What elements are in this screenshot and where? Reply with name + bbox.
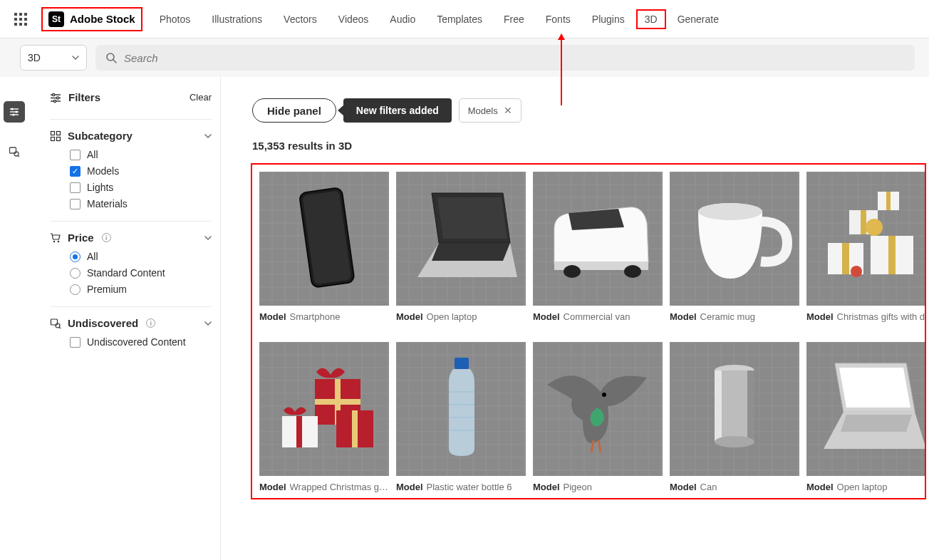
- rail-filters-button[interactable]: [4, 101, 25, 123]
- svg-rect-20: [57, 137, 61, 140]
- svg-marker-32: [437, 197, 507, 239]
- filters-panel: Filters Clear Subcategory All Models Lig…: [28, 77, 221, 560]
- nav-illustrations[interactable]: Illustrations: [202, 9, 272, 29]
- svg-rect-48: [842, 243, 849, 274]
- nav-photos[interactable]: Photos: [150, 9, 201, 29]
- chip-label: Models: [468, 105, 498, 116]
- hide-panel-button[interactable]: Hide panel: [252, 98, 336, 123]
- svg-point-3: [11, 108, 13, 110]
- search-icon: [105, 52, 117, 63]
- filter-chip-models[interactable]: Models ✕: [459, 98, 521, 123]
- thumb-smartphone: [259, 172, 389, 306]
- svg-rect-69: [747, 370, 754, 442]
- nav-videos[interactable]: Videos: [328, 9, 379, 29]
- result-card[interactable]: ModelCeramic mug: [670, 172, 799, 335]
- svg-rect-18: [57, 131, 61, 135]
- thumb-van: [533, 172, 663, 306]
- svg-point-12: [52, 93, 54, 95]
- thumb-pigeon: [533, 342, 663, 476]
- new-filters-badge: New filters added: [343, 98, 452, 123]
- opt-price-all[interactable]: All: [70, 251, 212, 262]
- result-card[interactable]: ModelCommercial van: [533, 172, 663, 335]
- svg-point-14: [56, 96, 58, 98]
- svg-marker-75: [841, 415, 912, 432]
- nav-vectors[interactable]: Vectors: [274, 9, 327, 29]
- result-card[interactable]: ModelChristmas gifts with decora...: [806, 172, 926, 335]
- svg-rect-19: [51, 137, 55, 140]
- apps-switcher-icon[interactable]: [14, 13, 27, 26]
- image-search-icon: [9, 146, 20, 157]
- grid-icon: [50, 130, 61, 142]
- opt-price-premium[interactable]: Premium: [70, 284, 212, 295]
- result-card[interactable]: ModelOpen laptop: [806, 342, 926, 499]
- nav-audio[interactable]: Audio: [380, 9, 425, 29]
- thumb-wrapped-gifts: [259, 342, 389, 476]
- svg-rect-60: [296, 416, 302, 447]
- results-grid-box: ModelSmartphone ModelOpen laptop ModelCo…: [251, 163, 926, 499]
- filter-section-price[interactable]: Price i: [50, 232, 212, 244]
- opt-subcategory-all[interactable]: All: [70, 149, 212, 160]
- svg-point-38: [624, 265, 641, 278]
- filters-clear-link[interactable]: Clear: [190, 92, 212, 103]
- svg-rect-50: [888, 236, 896, 274]
- svg-point-41: [698, 203, 762, 220]
- svg-point-21: [53, 240, 55, 242]
- sliders-icon: [9, 106, 20, 118]
- search-category-select[interactable]: 3D: [20, 45, 87, 71]
- svg-point-7: [12, 113, 14, 115]
- close-icon[interactable]: ✕: [504, 105, 512, 116]
- info-icon: i: [146, 318, 155, 328]
- filter-section-subcategory[interactable]: Subcategory: [50, 130, 212, 142]
- nav-plugins[interactable]: Plugins: [582, 9, 635, 29]
- search-input-wrap[interactable]: [95, 45, 915, 71]
- left-rail: [0, 77, 28, 560]
- nav-free[interactable]: Free: [494, 9, 534, 29]
- svg-rect-68: [715, 370, 722, 442]
- svg-point-64: [602, 393, 606, 397]
- svg-rect-44: [886, 192, 891, 210]
- svg-point-51: [866, 219, 883, 236]
- sliders-icon: [50, 92, 61, 103]
- search-bar: 3D: [0, 38, 929, 77]
- thumb-laptop: [396, 172, 526, 306]
- result-card[interactable]: ModelCan: [670, 342, 799, 499]
- chevron-down-icon: [204, 133, 212, 140]
- chevron-down-icon: [72, 54, 79, 61]
- svg-rect-56: [315, 399, 360, 405]
- thumb-laptop-2: [806, 342, 926, 476]
- brand-logo[interactable]: St Adobe Stock: [41, 7, 142, 31]
- svg-rect-17: [51, 131, 55, 135]
- search-input[interactable]: [124, 52, 905, 64]
- opt-subcategory-materials[interactable]: Materials: [70, 198, 212, 209]
- logo-st-icon: St: [48, 11, 64, 27]
- svg-line-10: [18, 155, 19, 157]
- logo-text: Adobe Stock: [70, 13, 135, 25]
- svg-point-52: [851, 266, 862, 277]
- svg-line-1: [113, 60, 116, 63]
- svg-marker-34: [432, 243, 510, 261]
- result-card[interactable]: ModelWrapped Christmas gifts 1: [259, 342, 389, 499]
- svg-point-16: [53, 100, 56, 102]
- filters-title: Filters: [50, 91, 100, 103]
- result-card[interactable]: ModelOpen laptop: [396, 172, 526, 335]
- thumb-mug: [670, 172, 799, 306]
- opt-subcategory-lights[interactable]: Lights: [70, 182, 212, 193]
- filter-section-undiscovered[interactable]: Undiscovered i: [50, 317, 212, 329]
- opt-subcategory-models[interactable]: Models: [70, 165, 212, 177]
- info-icon: i: [102, 233, 111, 242]
- result-card[interactable]: ModelSmartphone: [259, 172, 389, 335]
- result-card[interactable]: ModelPigeon: [533, 342, 663, 499]
- opt-undiscovered-content[interactable]: Undiscovered Content: [70, 336, 212, 348]
- results-grid: ModelSmartphone ModelOpen laptop ModelCo…: [259, 172, 925, 499]
- thumb-water-bottle: [396, 342, 526, 476]
- result-card[interactable]: ModelPlastic water bottle 6: [396, 342, 526, 499]
- opt-price-standard[interactable]: Standard Content: [70, 267, 212, 279]
- nav-fonts[interactable]: Fonts: [536, 9, 581, 29]
- nav-3d[interactable]: 3D: [636, 9, 666, 29]
- svg-line-25: [59, 327, 61, 328]
- rail-similar-button[interactable]: [4, 141, 25, 162]
- svg-rect-62: [455, 358, 469, 369]
- chevron-down-icon: [204, 234, 212, 242]
- nav-templates[interactable]: Templates: [427, 9, 492, 29]
- nav-generate[interactable]: Generate: [668, 9, 729, 29]
